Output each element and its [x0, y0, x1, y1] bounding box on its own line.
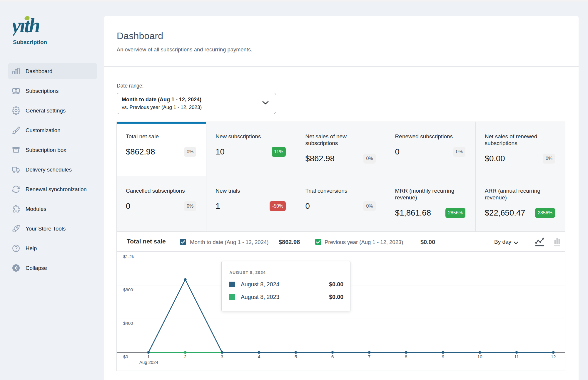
svg-text:$1.2k: $1.2k [123, 254, 134, 259]
svg-text:9: 9 [442, 354, 445, 359]
svg-text:6: 6 [331, 354, 334, 359]
svg-text:$800: $800 [123, 287, 133, 292]
svg-text:10: 10 [477, 354, 482, 359]
svg-text:Aug 2024: Aug 2024 [139, 360, 158, 365]
svg-text:7: 7 [368, 354, 371, 359]
svg-text:1: 1 [147, 354, 150, 359]
svg-text:$0: $0 [123, 354, 128, 359]
svg-text:8: 8 [405, 354, 407, 359]
svg-text:4: 4 [258, 354, 260, 359]
svg-text:2: 2 [184, 354, 187, 359]
svg-text:3: 3 [221, 354, 223, 359]
svg-text:$400: $400 [123, 321, 133, 326]
svg-text:12: 12 [551, 354, 556, 359]
svg-text:5: 5 [295, 354, 297, 359]
svg-text:11: 11 [514, 354, 519, 359]
